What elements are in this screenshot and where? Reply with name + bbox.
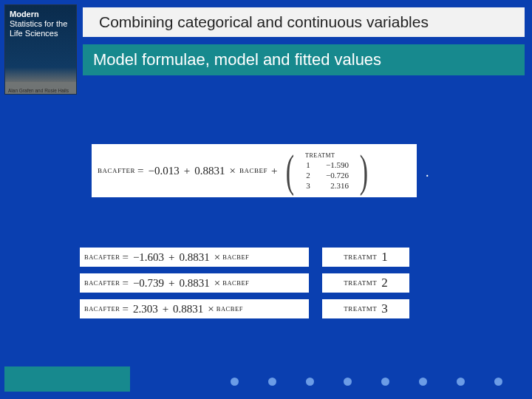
eq-v1: BACBEF [239,167,267,174]
eq-c1: 0.8831 [194,165,225,177]
dot-icon [457,378,465,386]
cover-line-1: Modern [10,10,76,19]
fitted-eq-2: BACAFTER = −0.739 + 0.8831 × BACBEF [80,273,309,293]
eq-equals: = [137,165,143,177]
dot-icon [268,378,276,386]
cover-authors: Alan Grafen and Rosie Hails [8,88,69,93]
slide-title: Combining categorical and continuous var… [83,7,525,37]
dot-icon [419,378,427,386]
eq-c0: −0.013 [148,165,179,177]
treatment-table: TREATMT 1−1.590 2−0.726 32.316 [298,151,356,191]
treatment-header: TREATMT [298,151,356,160]
dot-icon [231,378,239,386]
eq-bracket: ( TREATMT 1−1.590 2−0.726 32.316 ) [282,151,371,191]
dot-icon [306,378,314,386]
table-row: 32.316 [298,180,356,191]
dot-icon [381,378,389,386]
table-row: 1−1.590 [298,160,356,170]
cover-line-2: Statistics for the [10,19,76,29]
slide-subtitle: Model formulae, model and fitted values [83,44,525,75]
footer-dots [231,378,502,386]
fitted-equations: BACAFTER = −1.603 + 0.8831 × BACBEF TREA… [80,248,409,318]
fitted-label-2: TREATMT 2 [322,273,409,293]
footer-accent-bar [4,366,130,392]
right-paren-icon: ) [360,151,368,191]
list-item: BACAFTER = −1.603 + 0.8831 × BACBEF TREA… [80,248,409,267]
equation-end-dot: . [426,165,429,168]
fitted-eq-1: BACAFTER = −1.603 + 0.8831 × BACBEF [80,248,309,267]
fitted-eq-3: BACAFTER = 2.303 + 0.8831 × BACBEF [80,299,309,318]
slide-subtitle-text: Model formulae, model and fitted values [93,50,381,69]
book-cover-thumbnail: Modern Statistics for the Life Sciences … [4,4,77,95]
left-paren-icon: ( [286,151,294,191]
table-row: 2−0.726 [298,170,356,180]
cover-line-3: Life Sciences [10,29,76,38]
slide-title-text: Combining categorical and continuous var… [99,13,429,31]
eq-plus2: + [271,165,277,177]
dot-icon [344,378,352,386]
dot-icon [494,378,502,386]
list-item: BACAFTER = 2.303 + 0.8831 × BACBEF TREAT… [80,299,409,318]
eq-lhs: BACAFTER [98,167,135,174]
main-equation-box: BACAFTER = −0.013 + 0.8831 × BACBEF + ( … [92,144,417,197]
fitted-label-3: TREATMT 3 [322,299,409,318]
eq-plus1: + [184,165,190,177]
fitted-label-1: TREATMT 1 [322,248,409,267]
list-item: BACAFTER = −0.739 + 0.8831 × BACBEF TREA… [80,273,409,293]
eq-times1: × [229,165,235,177]
